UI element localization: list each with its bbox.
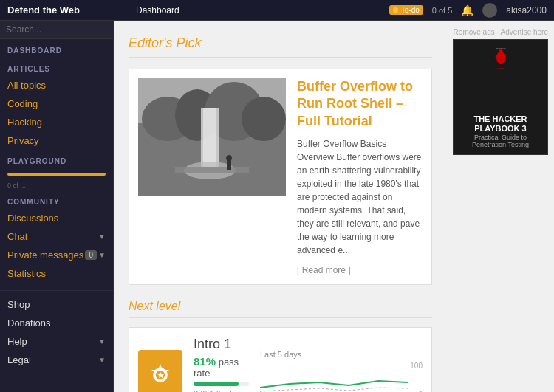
sidebar-item-shop[interactable]: Shop — [0, 295, 113, 314]
sidebar-item-statistics[interactable]: Statistics — [0, 264, 113, 283]
chevron-down-icon: ▼ — [98, 233, 106, 241]
todo-badge[interactable]: To-do — [389, 5, 423, 15]
pass-rate-pct: 81% — [194, 355, 216, 368]
bell-icon[interactable]: 🔔 — [461, 4, 473, 16]
level-count: 376,175 of 465,099 — [194, 389, 249, 392]
sidebar-item-help[interactable]: Help ▼ — [0, 332, 113, 351]
chevron-down-icon-2: ▼ — [98, 251, 106, 259]
search-bar: 🔍 — [0, 21, 113, 39]
next-level-title: Next level — [129, 300, 432, 318]
articles-section-title: ARTICLES — [0, 58, 113, 76]
svg-point-5 — [242, 97, 286, 141]
read-more-link[interactable]: [ Read more ] — [297, 265, 351, 275]
playground-section-title: PLAYGROUND — [0, 150, 113, 168]
next-level-section: Next level ★ Intro 1 81% pass rate — [129, 300, 432, 392]
topbar-nav: Dashboard — [136, 5, 389, 16]
medal-badge: ★ — [138, 350, 182, 392]
search-input[interactable] — [6, 24, 114, 35]
editors-pick-card: Buffer Overflow to Run Root Shell – Full… — [129, 69, 432, 285]
level-info: Intro 1 81% pass rate 376,175 of 465,099 — [194, 337, 249, 392]
main-layout: 🔍 DASHBOARD ARTICLES All topics Coding H… — [0, 21, 554, 392]
todo-label: To-do — [401, 6, 420, 14]
pass-rate-text: 81% pass rate — [194, 355, 249, 379]
todo-dot-icon — [393, 7, 398, 13]
sidebar: 🔍 DASHBOARD ARTICLES All topics Coding H… — [0, 21, 114, 392]
article-title[interactable]: Buffer Overflow to Run Root Shell – Full… — [297, 78, 423, 130]
avatar[interactable] — [482, 3, 497, 18]
sidebar-item-chat[interactable]: Chat ▼ — [0, 227, 113, 246]
sidebar-item-legal[interactable]: Legal ▼ — [0, 351, 113, 369]
chart-area: Last 5 days 100 0 — [260, 350, 423, 392]
book-cover-art: PETER KIM THE HACKER — [464, 46, 538, 70]
svg-rect-9 — [175, 167, 249, 173]
sidebar-item-hacking[interactable]: Hacking — [0, 113, 113, 131]
dashboard-section-title: DASHBOARD — [0, 39, 113, 58]
medal-icon: ★ — [148, 360, 172, 384]
pass-rate-bar-container — [194, 382, 249, 386]
messages-badge: 0 — [85, 250, 97, 260]
svg-rect-20 — [504, 55, 506, 56]
topbar-right: To-do 0 of 5 🔔 akisa2000 — [389, 3, 547, 18]
community-section-title: COMMUNITY — [0, 190, 113, 209]
sidebar-item-discussions[interactable]: Discussions — [0, 209, 113, 227]
playground-progress-bar — [7, 173, 106, 176]
next-level-card: ★ Intro 1 81% pass rate 376,175 of 465,0… — [129, 327, 432, 392]
right-sidebar: Remove ads · Advertise here PETER KIM — [447, 21, 554, 392]
ad-label[interactable]: Remove ads · Advertise here — [453, 28, 548, 36]
book-title: THE HACKER PLAYBOOK 3 — [459, 114, 541, 134]
chevron-down-icon-3: ▼ — [98, 337, 106, 345]
sidebar-item-all-topics[interactable]: All topics — [0, 76, 113, 94]
svg-rect-10 — [227, 159, 231, 170]
nav-dashboard[interactable]: Dashboard — [136, 5, 179, 16]
editors-pick-title: Editor's Pick — [129, 35, 432, 58]
sidebar-item-privacy[interactable]: Privacy — [0, 131, 113, 150]
svg-rect-19 — [495, 55, 497, 56]
sidebar-item-coding[interactable]: Coding — [0, 94, 113, 113]
book-subtitle: Practical Guide to Penetration Testing — [459, 134, 541, 148]
svg-point-11 — [226, 155, 232, 161]
chart-days-label: Last 5 days — [260, 350, 423, 359]
svg-rect-7 — [203, 108, 216, 167]
sparkline-chart — [260, 362, 408, 392]
topbar: Defend the Web Dashboard To-do 0 of 5 🔔 … — [0, 0, 554, 21]
todo-count: 0 of 5 — [432, 6, 453, 15]
sidebar-item-private-messages[interactable]: Private messages 0 ▼ — [0, 246, 113, 264]
playground-text: 0 of ... — [0, 180, 113, 190]
pass-rate-bar — [194, 382, 239, 386]
article-thumbnail — [138, 78, 286, 196]
svg-text:THE: THE — [499, 65, 502, 66]
level-name[interactable]: Intro 1 — [194, 337, 249, 352]
sidebar-item-donations[interactable]: Donations — [0, 314, 113, 332]
site-logo: Defend the Web — [7, 4, 121, 16]
chart-max-label: 100 — [410, 362, 423, 370]
book-cover: PETER KIM THE HACKER THE HACKER PLAYBOO — [454, 40, 547, 154]
article-description: Buffer Overflow Basics Overview Buffer o… — [297, 137, 423, 257]
svg-text:HACKER: HACKER — [497, 67, 504, 69]
main-content: Editor's Pick — [114, 21, 447, 392]
ad-book[interactable]: PETER KIM THE HACKER THE HACKER PLAYBOO — [453, 39, 548, 155]
chevron-down-icon-4: ▼ — [98, 356, 106, 364]
svg-text:★: ★ — [157, 371, 165, 379]
article-text: Buffer Overflow to Run Root Shell – Full… — [297, 78, 423, 275]
svg-point-18 — [499, 49, 503, 54]
username[interactable]: akisa2000 — [506, 5, 547, 16]
svg-text:PETER KIM: PETER KIM — [496, 47, 505, 49]
